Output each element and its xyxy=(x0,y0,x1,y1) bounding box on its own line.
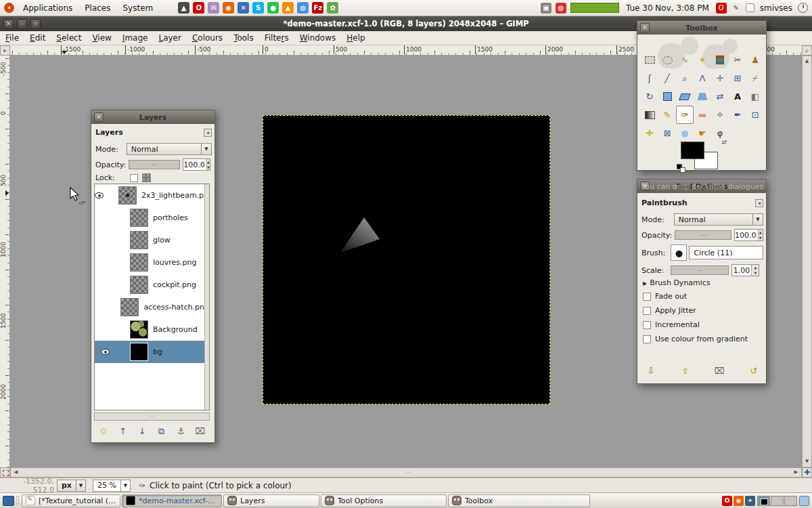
new-layer-button[interactable]: ✩ xyxy=(97,425,110,438)
xchat-icon[interactable]: ✕ xyxy=(238,2,249,14)
tool-paintbrush[interactable]: ✑ xyxy=(676,106,694,124)
brush-name-field[interactable]: Circle (11) xyxy=(689,246,763,259)
menu-edit[interactable]: Edit xyxy=(24,31,51,45)
checkbox-use-colour-from-gradient[interactable] xyxy=(643,335,651,343)
save-options-button[interactable]: ⇩ xyxy=(644,364,658,378)
opacity-slider[interactable]: ⋯ xyxy=(675,230,731,240)
layer-row[interactable]: Background xyxy=(95,318,209,341)
panel-menu-places[interactable]: Places xyxy=(78,0,116,16)
delete-options-button[interactable]: ⌧ xyxy=(713,364,726,378)
taskbar-button--texture-tutorial-d-[interactable]: [*Texture_tutorial (~/D... xyxy=(22,494,120,507)
vertical-ruler[interactable]: -5000500100015002000 xyxy=(0,56,10,467)
taskbar-button-toolbox[interactable]: Toolbox xyxy=(448,494,590,507)
toolbox-titlebar[interactable]: ✕ Toolbox xyxy=(637,21,766,35)
menu-tools[interactable]: Tools xyxy=(228,31,259,45)
tool-move[interactable]: ✛ xyxy=(711,69,729,87)
tool-bucket-fill[interactable]: ◧ xyxy=(746,87,764,106)
lower-layer-button[interactable]: ↓ xyxy=(135,425,149,438)
evolution-icon[interactable]: ✉ xyxy=(208,2,219,14)
maximize-window-button[interactable]: ▿ xyxy=(30,19,41,29)
filezilla-icon[interactable]: Fz xyxy=(312,2,323,14)
tool-text[interactable]: A xyxy=(729,87,746,106)
network-monitor-bar[interactable] xyxy=(570,3,619,13)
tool-eraser[interactable]: ▬ xyxy=(694,106,711,124)
zoom-dropdown[interactable]: 25 % ▼ xyxy=(93,480,131,492)
firefox-icon[interactable]: ◉ xyxy=(223,2,234,14)
navigation-button[interactable]: ✚ xyxy=(802,467,812,478)
visibility-cell[interactable] xyxy=(95,349,115,355)
tool-scale[interactable] xyxy=(658,87,676,106)
swap-colors-icon[interactable]: ⇄ xyxy=(721,139,727,146)
tool-clone[interactable]: ⊡ xyxy=(746,106,764,124)
tool-rect-select[interactable] xyxy=(641,51,658,69)
layer-row[interactable]: access-hatch.png xyxy=(95,296,209,318)
opacity-spinner[interactable]: 100.0 ▲▼ xyxy=(734,229,763,241)
tool-crop[interactable]: ⌿ xyxy=(746,69,764,87)
default-colors-icon[interactable] xyxy=(677,164,686,173)
opera-tray-icon[interactable]: O xyxy=(716,3,727,14)
panel-menu-system[interactable]: System xyxy=(116,0,159,16)
raise-layer-button[interactable]: ↑ xyxy=(116,425,130,438)
trash-applet-icon[interactable] xyxy=(799,496,809,506)
tool-perspective-clone[interactable]: ⊠ xyxy=(658,124,676,142)
scale-spinner[interactable]: 1.00 ▲▼ xyxy=(731,264,759,276)
tool-blur-sharpen[interactable]: ● xyxy=(676,124,694,142)
freemind-icon[interactable]: ✿ xyxy=(327,2,338,14)
layer-row[interactable]: 2x3_lightbeam.png xyxy=(95,184,209,207)
close-icon[interactable]: ✕ xyxy=(640,23,650,33)
spotify-icon[interactable]: ● xyxy=(267,2,279,14)
menu-view[interactable]: View xyxy=(87,31,116,45)
tool-align[interactable]: ⊞ xyxy=(729,69,746,87)
reset-options-button[interactable]: ↺ xyxy=(747,364,761,378)
tray-opera-icon[interactable]: O xyxy=(722,496,732,506)
layer-row[interactable]: glow xyxy=(95,229,209,251)
layer-row[interactable]: louvres.png xyxy=(95,251,209,274)
menu-file[interactable]: File xyxy=(0,31,24,45)
tool-paths[interactable]: ʃ xyxy=(641,69,658,87)
tool-fuzzy-select[interactable]: ✶ xyxy=(694,51,711,69)
layer-opacity-slider[interactable]: ⋯ xyxy=(129,160,180,169)
layer-list-hscrollbar[interactable]: ⋯ xyxy=(94,412,210,421)
checkbox-apply-jitter[interactable] xyxy=(643,307,651,315)
anchor-layer-button[interactable]: ⚓ xyxy=(174,425,187,438)
close-icon[interactable]: ✕ xyxy=(94,112,104,122)
tool-pencil[interactable]: ✎ xyxy=(658,106,676,124)
zoom-image-button[interactable]: ⌕ xyxy=(802,45,812,56)
tool-foreground-select[interactable]: ♟ xyxy=(746,51,764,69)
tool-smudge[interactable]: ☛ xyxy=(694,124,711,142)
tool-scissors-select[interactable]: ✂ xyxy=(729,51,746,69)
layer-row[interactable]: bg xyxy=(95,341,209,363)
tool-airbrush[interactable]: ✧ xyxy=(711,106,729,124)
tab-menu-button[interactable]: ◂ xyxy=(755,199,763,207)
help-applet-icon[interactable]: ◍ xyxy=(556,3,566,14)
tool-shear[interactable] xyxy=(676,87,694,106)
tool-perspective[interactable] xyxy=(694,87,711,106)
tool-ellipse-select[interactable] xyxy=(658,51,676,69)
close-window-button[interactable]: ✕ xyxy=(3,19,14,29)
tool-rotate[interactable]: ↻ xyxy=(641,87,658,106)
delete-layer-button[interactable]: ⌧ xyxy=(194,425,207,438)
tool-blend[interactable] xyxy=(641,106,658,124)
layer-mode-dropdown[interactable]: Normal ▼ xyxy=(127,143,212,155)
tool-heal[interactable]: ✚ xyxy=(641,124,658,142)
google-earth-icon[interactable]: ◍ xyxy=(297,2,309,14)
ruler-origin-button[interactable]: ▸ xyxy=(0,45,10,56)
foreground-color-swatch[interactable] xyxy=(681,142,704,159)
ubuntu-menu-icon[interactable] xyxy=(4,3,14,13)
show-desktop-icon[interactable] xyxy=(3,496,14,506)
tool-ink[interactable]: ✒ xyxy=(729,106,746,124)
notes-applet-icon[interactable]: ✎ xyxy=(731,3,742,14)
menu-layer[interactable]: Layer xyxy=(153,31,186,45)
brush-preview-button[interactable]: ● xyxy=(671,245,687,261)
checkbox-incremental[interactable] xyxy=(643,321,651,329)
menu-windows[interactable]: Windows xyxy=(294,31,342,45)
opera-icon[interactable]: O xyxy=(193,2,204,14)
tray-app-icon[interactable]: ✶ xyxy=(745,496,755,506)
restore-options-button[interactable]: ⇧ xyxy=(679,364,692,378)
menu-help[interactable]: Help xyxy=(341,31,370,45)
eye-icon[interactable] xyxy=(95,192,104,198)
taskbar-button-tool-options[interactable]: Tool Options xyxy=(321,494,447,507)
tool-select-by-color[interactable] xyxy=(711,51,729,69)
clock[interactable]: Tue 30 Nov, 3:08 PM xyxy=(623,3,712,13)
panel-menu-applications[interactable]: Applications xyxy=(17,0,78,16)
